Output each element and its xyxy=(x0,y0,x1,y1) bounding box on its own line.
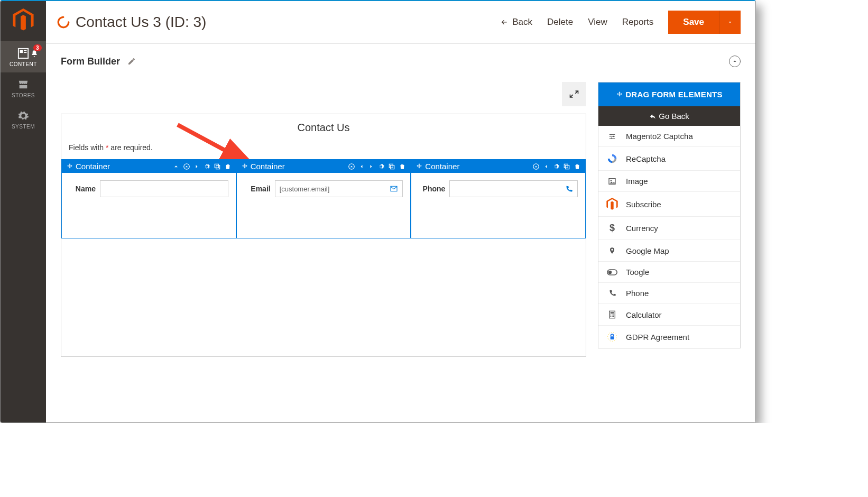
palette-item-magento-captcha[interactable]: Magento2 Captcha xyxy=(598,126,740,146)
chevron-up-icon xyxy=(732,58,738,65)
calculator-icon xyxy=(608,310,616,319)
gear-icon[interactable] xyxy=(203,163,210,170)
gear-icon[interactable] xyxy=(552,163,560,170)
svg-rect-32 xyxy=(611,336,614,339)
svg-rect-24 xyxy=(611,312,614,314)
required-note: Fields with * are required. xyxy=(61,143,586,159)
envelope-icon xyxy=(390,185,398,193)
main-area: Contact Us 3 (ID: 3) Back Delete View Re… xyxy=(46,1,755,422)
gear-icon[interactable] xyxy=(377,163,385,170)
spinner-icon xyxy=(57,15,70,29)
sidebar-label-content: CONTENT xyxy=(10,61,37,67)
notification-badge: 3 xyxy=(33,44,42,51)
svg-point-16 xyxy=(611,134,612,135)
phone-icon xyxy=(565,185,573,193)
palette-item-image[interactable]: Image xyxy=(598,170,740,191)
svg-point-29 xyxy=(612,316,613,317)
move-icon xyxy=(241,163,248,170)
arrow-left-icon xyxy=(500,19,509,26)
trash-icon[interactable] xyxy=(574,163,581,170)
svg-point-4 xyxy=(58,17,69,27)
palette-item-subscribe[interactable]: Subscribe xyxy=(598,191,740,216)
palette-item-currency[interactable]: $Currency xyxy=(598,216,740,240)
chevron-right-icon[interactable] xyxy=(193,163,200,170)
palette-item-phone[interactable]: Phone xyxy=(598,282,740,303)
email-input[interactable]: [customer.email] xyxy=(275,180,403,197)
save-dropdown-toggle[interactable] xyxy=(719,11,741,34)
caret-down-icon xyxy=(727,19,733,25)
chevron-left-icon[interactable] xyxy=(543,163,549,170)
svg-rect-7 xyxy=(216,165,219,169)
dollar-icon: $ xyxy=(610,223,615,234)
pencil-icon[interactable] xyxy=(127,57,136,66)
circle-chevron-icon[interactable] xyxy=(348,163,355,170)
reply-icon xyxy=(649,113,657,120)
svg-point-18 xyxy=(611,137,612,139)
palette-item-gdpr[interactable]: GDPR Agreement xyxy=(598,325,740,348)
copy-icon[interactable] xyxy=(214,163,221,170)
svg-point-28 xyxy=(610,316,611,317)
palette-item-calculator[interactable]: Calculator xyxy=(598,303,740,325)
field-label-email: Email xyxy=(244,185,271,193)
magento-logo-icon xyxy=(12,8,35,32)
expand-icon xyxy=(569,89,579,99)
circle-chevron-icon[interactable] xyxy=(183,163,190,170)
fullscreen-toggle[interactable] xyxy=(562,82,586,106)
container-1[interactable]: Container xyxy=(61,159,236,238)
svg-rect-15 xyxy=(564,164,568,168)
svg-rect-8 xyxy=(215,164,218,168)
svg-point-22 xyxy=(608,270,612,274)
sidebar-item-system[interactable]: SYSTEM xyxy=(1,104,46,135)
field-label-name: Name xyxy=(69,185,96,193)
gdpr-lock-icon xyxy=(607,332,617,342)
map-pin-icon xyxy=(608,246,616,255)
move-icon xyxy=(415,163,423,170)
gear-icon xyxy=(17,110,29,122)
svg-rect-10 xyxy=(391,165,394,169)
svg-point-26 xyxy=(612,315,613,316)
palette-go-back[interactable]: Go Back xyxy=(598,106,740,126)
element-palette: DRAG FORM ELEMENTS Go Back Magento2 Capt… xyxy=(598,82,741,348)
phone-icon xyxy=(608,289,616,297)
svg-rect-14 xyxy=(566,165,569,169)
copy-icon[interactable] xyxy=(388,163,395,170)
delete-button[interactable]: Delete xyxy=(547,17,573,27)
magento-icon xyxy=(606,198,618,210)
trash-icon[interactable] xyxy=(399,163,406,170)
svg-point-20 xyxy=(611,180,612,181)
trash-icon[interactable] xyxy=(224,163,232,170)
chevron-up-icon[interactable] xyxy=(172,163,180,170)
reports-button[interactable]: Reports xyxy=(622,17,654,27)
view-button[interactable]: View xyxy=(588,17,607,27)
save-button[interactable]: Save xyxy=(668,11,719,34)
name-input[interactable] xyxy=(100,180,228,197)
svg-rect-1 xyxy=(20,50,23,53)
palette-item-recaptcha[interactable]: ReCaptcha xyxy=(598,146,740,170)
svg-point-27 xyxy=(613,315,614,316)
sidebar-item-content[interactable]: CONTENT 3 xyxy=(1,41,46,72)
container-3[interactable]: Container xyxy=(411,159,586,238)
svg-rect-11 xyxy=(390,164,393,168)
container-2[interactable]: Container xyxy=(236,159,411,238)
sliders-icon xyxy=(607,133,617,140)
phone-input[interactable] xyxy=(449,180,578,197)
back-button[interactable]: Back xyxy=(500,17,532,27)
circle-chevron-icon[interactable] xyxy=(532,163,540,170)
chevron-left-icon[interactable] xyxy=(358,163,365,170)
sidebar-item-stores[interactable]: STORES xyxy=(1,72,46,104)
toggle-icon xyxy=(607,269,617,276)
form-canvas: Contact Us Fields with * are required. C… xyxy=(61,114,586,357)
content-icon xyxy=(17,48,29,59)
sidebar-label-system: SYSTEM xyxy=(12,124,35,130)
palette-item-toggle[interactable]: Toogle xyxy=(598,261,740,282)
svg-point-30 xyxy=(613,316,614,317)
page-title: Contact Us 3 (ID: 3) xyxy=(76,14,500,31)
svg-point-17 xyxy=(613,135,614,136)
section-collapse-toggle[interactable] xyxy=(729,56,741,67)
palette-item-google-map[interactable]: Google Map xyxy=(598,240,740,261)
move-icon xyxy=(66,163,73,170)
palette-header: DRAG FORM ELEMENTS xyxy=(598,82,740,106)
chevron-right-icon[interactable] xyxy=(368,163,374,170)
page-header: Contact Us 3 (ID: 3) Back Delete View Re… xyxy=(46,1,755,44)
copy-icon[interactable] xyxy=(563,163,570,170)
